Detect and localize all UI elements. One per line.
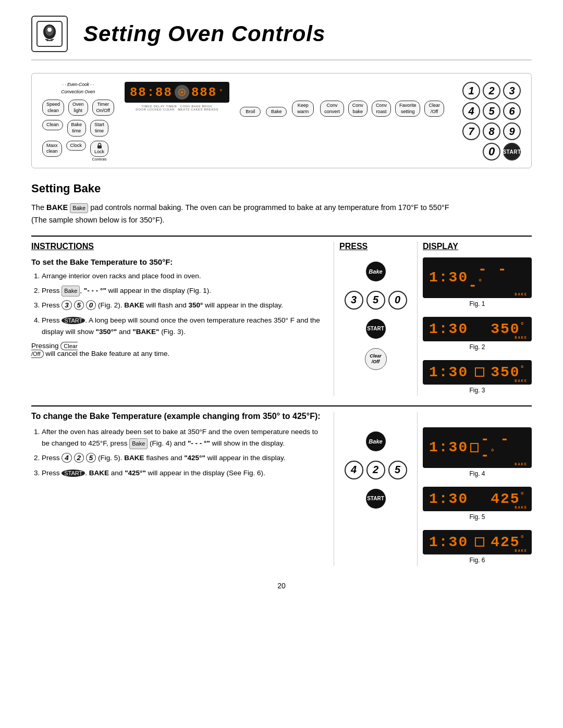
panel-row1: Speedclean Ovenlight TimerOn/Off <box>42 100 114 116</box>
press-5[interactable]: 5 <box>388 461 407 479</box>
list-item: After the oven has already been set to b… <box>42 426 323 450</box>
display-fig5: 1:30 425° BAKE Fig. 5 <box>423 487 532 521</box>
numpad-3[interactable]: 3 <box>503 82 521 100</box>
numpad-9[interactable]: 9 <box>503 122 521 140</box>
press-425-row: 4 2 5 <box>345 461 407 479</box>
display-fig4: 1:30 - - -° BAKE Fig. 4 <box>423 427 532 477</box>
bake-bold: BAKE <box>46 203 68 212</box>
list-item: Press 3 5 0 (Fig. 2). BAKE will flash an… <box>42 300 323 311</box>
three-col-layout: Instructions To set the Bake Temperature… <box>31 236 532 396</box>
display-fig2: 1:30 350° BAKE Fig. 2 <box>423 317 532 351</box>
display-fig3: 1:30 350° BAKE Fig. 3 <box>423 360 532 394</box>
conv-bake-btn[interactable]: Convbake <box>348 101 368 117</box>
press-bake-change[interactable]: Bake <box>366 431 386 451</box>
panel-row2: Clean Baketime Starttime <box>42 120 114 136</box>
numpad-7[interactable]: 7 <box>462 122 480 140</box>
fig5-label: Fig. 5 <box>423 513 532 521</box>
blink-indicator <box>475 367 484 377</box>
display-screen-5: 1:30 425° BAKE <box>423 487 532 511</box>
start-time-btn[interactable]: Starttime <box>90 120 108 136</box>
display-screen-3: 1:30 350° BAKE <box>423 360 532 385</box>
panel-left-section: · · Even-Cook · · Convection Oven Speedc… <box>42 82 114 162</box>
press-clear-1[interactable]: Clear/Off <box>365 348 387 370</box>
clock-btn[interactable]: Clock <box>66 141 87 162</box>
press-350-row: 3 5 0 <box>345 291 407 310</box>
change-press-items: Bake 4 2 5 START <box>339 427 412 509</box>
press-start-change[interactable]: START <box>366 489 386 509</box>
display-col: Display 1:30 - - -° BAKE Fig. 1 1:30 350… <box>417 242 532 396</box>
list-item: Press START. BAKE and "425°" will appear… <box>42 467 323 479</box>
press-3[interactable]: 3 <box>345 291 363 310</box>
speed-clean-btn[interactable]: Speedclean <box>42 100 64 116</box>
broil-btn[interactable]: Broil <box>240 107 261 117</box>
numpad-6[interactable]: 6 <box>503 102 521 120</box>
oven-light-btn[interactable]: Ovenlight <box>68 100 88 116</box>
display-items-list: 1:30 - - -° BAKE Fig. 1 1:30 350° BAKE F… <box>423 257 532 396</box>
panel-row3: Maxxclean Clock Lock Controls <box>42 141 114 162</box>
press-0[interactable]: 0 <box>388 291 407 310</box>
bake-time-btn[interactable]: Baketime <box>67 120 87 136</box>
press-start-1[interactable]: START <box>366 319 386 339</box>
control-panel-diagram: · · Even-Cook · · Convection Oven Speedc… <box>31 73 532 168</box>
panel-display-section: 88:88 888 ° TIMED DELAY TIMER CONV BAKE … <box>120 82 234 111</box>
panel-label-top1: · · Even-Cook · · <box>42 82 114 87</box>
numpad-start[interactable]: START <box>503 143 521 161</box>
display-fig6: 1:30 425° BAKE Fig. 6 <box>423 530 532 564</box>
bake-badge: Bake <box>70 203 88 214</box>
display-fig1: 1:30 - - -° BAKE Fig. 1 <box>423 257 532 307</box>
fig6-label: Fig. 6 <box>423 557 532 564</box>
clean-btn[interactable]: Clean <box>42 120 63 136</box>
press-5[interactable]: 5 <box>366 291 385 310</box>
header-logo <box>31 16 68 52</box>
press-2[interactable]: 2 <box>366 461 385 479</box>
press-header: Press <box>339 242 412 251</box>
panel-label-top2: Convection Oven <box>42 89 114 94</box>
fig3-label: Fig. 3 <box>423 387 532 394</box>
list-item: Press 4 2 5 (Fig. 5). BAKE flashes and "… <box>42 452 323 464</box>
conv-roast-btn[interactable]: Convroast <box>372 101 391 117</box>
numpad-8[interactable]: 8 <box>483 122 500 140</box>
display-header: Display <box>423 242 532 251</box>
maxx-clean-btn[interactable]: Maxxclean <box>42 141 62 162</box>
press-4[interactable]: 4 <box>345 461 363 479</box>
favorite-setting-btn[interactable]: Favoritesetting <box>395 101 421 117</box>
change-display-items: 1:30 - - -° BAKE Fig. 4 1:30 425° BAKE F… <box>423 427 532 566</box>
change-instructions-col: To change the Bake Temperature (example … <box>31 412 334 566</box>
list-item: Press Bake, "- - - °" will appear in the… <box>42 285 323 297</box>
numpad-section: 1 2 3 4 5 6 7 8 9 0 START <box>462 82 521 161</box>
change-press-col: Press Bake 4 2 5 START <box>334 412 417 566</box>
panel-middle-btns: Broil Bake Keepwarm <box>240 101 314 117</box>
display-screen-4: 1:30 - - -° BAKE <box>423 427 532 468</box>
blank-box-4 <box>470 443 479 452</box>
list-item: Arrange interior oven racks and place fo… <box>42 270 323 282</box>
lock-controls-btn[interactable]: Lock Controls <box>90 141 108 162</box>
timer-btn[interactable]: TimerOn/Off <box>92 100 114 116</box>
lock-icon <box>96 143 103 149</box>
change-section: To change the Bake Temperature (example … <box>31 405 532 566</box>
conv-icon <box>175 85 189 100</box>
numpad-4[interactable]: 4 <box>462 102 480 120</box>
numpad-1[interactable]: 1 <box>462 82 480 100</box>
svg-point-5 <box>51 39 53 41</box>
clear-off-btn[interactable]: Clear/Off <box>424 101 444 117</box>
keep-warm-btn[interactable]: Keepwarm <box>292 101 314 117</box>
bake-btn[interactable]: Bake <box>266 107 287 117</box>
svg-point-3 <box>47 28 52 32</box>
numpad-5[interactable]: 5 <box>483 102 500 120</box>
conv-convert-btn[interactable]: Convconvert <box>320 101 344 117</box>
change-title: To change the Bake Temperature (example … <box>31 412 323 421</box>
page-title: Setting Oven Controls <box>83 21 325 46</box>
instructions-list: Arrange interior oven racks and place fo… <box>31 270 323 338</box>
panel-right-btns: Convconvert Convbake Convroast Favorites… <box>320 101 444 117</box>
list-item: Press START. A long beep will sound once… <box>42 315 323 338</box>
numpad-0[interactable]: 0 <box>483 143 500 161</box>
blank-box-6 <box>475 537 484 547</box>
display-screen-6: 1:30 425° BAKE <box>423 530 532 554</box>
press-bake-1[interactable]: Bake <box>366 262 386 281</box>
instructions-col: Instructions To set the Bake Temperature… <box>31 242 334 396</box>
cancel-note: Pressing Clear/Off will cancel the Bake … <box>31 342 323 357</box>
change-list: After the oven has already been set to b… <box>31 426 323 479</box>
numpad-2[interactable]: 2 <box>483 82 500 100</box>
change-display-col: Display 1:30 - - -° BAKE Fig. 4 1:30 <box>417 412 532 566</box>
logo-icon <box>36 20 63 47</box>
